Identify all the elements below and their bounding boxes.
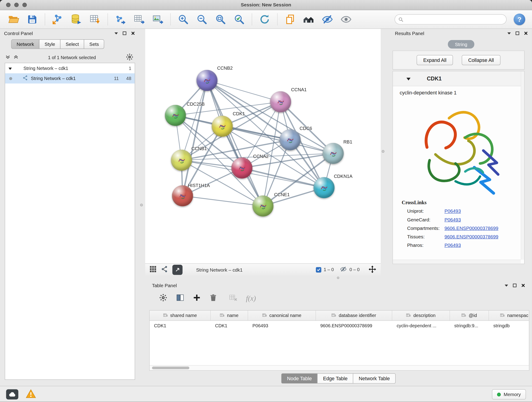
network-node-ccne1[interactable]	[253, 196, 273, 217]
tab-edge-table[interactable]: Edge Table	[317, 373, 353, 383]
splitter-handle-right[interactable]	[382, 150, 385, 153]
collapse-all-networks-icon[interactable]	[13, 55, 18, 60]
close-panel-icon[interactable]	[131, 31, 135, 35]
column-header-id[interactable]: @id	[450, 311, 489, 320]
network-node-cdk1[interactable]	[212, 116, 233, 137]
scrollbar-thumb[interactable]	[152, 366, 189, 369]
add-column-plus-icon[interactable]	[193, 294, 201, 303]
collapse-panel-icon[interactable]	[507, 32, 511, 34]
cell-namespace[interactable]: stringdb	[489, 321, 529, 330]
network-node-cdkn1a[interactable]	[313, 177, 335, 198]
network-canvas[interactable]: CCNB2CCNA1CDC25BCDK1CDC6RB1CCNB1CCNA2CDK…	[145, 29, 381, 263]
delete-column-trash-icon[interactable]	[209, 293, 217, 303]
show-columns-icon[interactable]	[176, 293, 185, 303]
float-panel-icon[interactable]	[123, 31, 127, 35]
network-collection-row[interactable]: String Network – cdk1 1	[5, 63, 135, 73]
column-header-name[interactable]: name	[211, 311, 248, 320]
selected-nodes-checkbox[interactable]	[316, 267, 322, 273]
cell-canonical-name[interactable]: P06493	[248, 321, 316, 330]
memory-button[interactable]: Memory	[492, 389, 526, 400]
cell-database-identifier[interactable]: 9606.ENSP00000378699	[316, 321, 392, 330]
birds-eye-view-icon[interactable]	[149, 265, 157, 274]
export-image-button[interactable]	[150, 12, 166, 27]
network-node-ccnb1[interactable]	[171, 150, 192, 171]
column-header-canonical-name[interactable]: canonical name	[248, 311, 316, 320]
show-all-button[interactable]	[338, 12, 354, 27]
cell-name[interactable]: CDK1	[211, 321, 248, 330]
close-panel-icon[interactable]	[524, 31, 528, 35]
network-node-ccna2[interactable]	[231, 157, 253, 179]
cloud-button[interactable]	[6, 389, 18, 400]
crosslink-link[interactable]: P06493	[444, 217, 461, 222]
collapse-all-button[interactable]: Collapse All	[462, 55, 500, 65]
disclosure-triangle-icon[interactable]	[406, 75, 411, 82]
current-network-title: String Network – cdk1	[196, 267, 243, 273]
network-node-label: CDKN1A	[334, 174, 352, 179]
table-settings-gear-icon[interactable]	[159, 293, 168, 303]
save-session-button[interactable]	[24, 12, 40, 27]
cell-shared-name[interactable]: CDK1	[150, 321, 211, 330]
tab-sets[interactable]: Sets	[84, 39, 104, 49]
network-node-cdc6[interactable]	[279, 129, 301, 150]
collapse-panel-icon[interactable]	[505, 284, 508, 287]
tab-select[interactable]: Select	[60, 39, 84, 49]
crosslink-link[interactable]: 9606.ENSP00000378699	[444, 234, 498, 239]
crosslink-link[interactable]: P06493	[444, 208, 461, 214]
hide-selected-button[interactable]	[319, 12, 336, 27]
crosslink-link[interactable]: 9606.ENSP00000378699	[444, 225, 498, 231]
string-tab-badge[interactable]: String	[448, 40, 475, 49]
import-network-file-button[interactable]	[50, 12, 66, 27]
close-panel-icon[interactable]	[521, 283, 525, 288]
float-panel-icon[interactable]	[513, 283, 517, 288]
zoom-fit-button[interactable]	[212, 12, 229, 27]
help-button[interactable]: ?	[514, 13, 525, 25]
expand-all-networks-icon[interactable]	[6, 55, 10, 60]
disclosure-triangle-icon[interactable]	[8, 66, 12, 71]
network-options-gear-icon[interactable]	[126, 53, 134, 62]
zoom-selected-button[interactable]	[231, 12, 247, 27]
table-horizontal-scrollbar[interactable]	[150, 365, 529, 370]
tab-style[interactable]: Style	[39, 39, 60, 49]
network-node-rb1[interactable]	[323, 143, 344, 164]
collapse-panel-icon[interactable]	[114, 32, 118, 34]
import-table-file-button[interactable]	[87, 12, 103, 27]
splitter-handle-left[interactable]	[140, 204, 143, 206]
column-header-description[interactable]: description	[392, 311, 450, 320]
network-node-cdc25b[interactable]	[165, 105, 186, 126]
network-node-ccnb2[interactable]	[196, 70, 217, 91]
crosslink-link[interactable]: P06493	[444, 242, 461, 248]
tab-network[interactable]: Network	[11, 39, 39, 49]
table-row[interactable]: CDK1 CDK1 P06493 9606.ENSP00000378699 cy…	[150, 321, 529, 330]
column-header-database-identifier[interactable]: database identifier	[316, 311, 392, 320]
column-header-namespace[interactable]: namespac	[489, 311, 529, 320]
network-share-icon[interactable]	[161, 265, 168, 274]
tab-network-table[interactable]: Network Table	[353, 373, 396, 383]
horizontal-scrollbar[interactable]	[393, 260, 521, 264]
import-network-database-button[interactable]	[68, 12, 85, 27]
apply-layout-button[interactable]	[257, 12, 273, 27]
network-node-ccna1[interactable]	[270, 91, 291, 112]
open-session-button[interactable]	[6, 12, 22, 27]
float-panel-icon[interactable]	[515, 31, 519, 35]
warnings-button[interactable]	[26, 389, 36, 400]
homes-button[interactable]	[301, 12, 317, 27]
zoom-out-button[interactable]	[194, 12, 210, 27]
search-input[interactable]	[406, 17, 503, 22]
export-table-button[interactable]	[131, 12, 147, 27]
cell-id[interactable]: stringdb:9...	[450, 321, 489, 330]
expand-all-button[interactable]: Expand All	[417, 55, 453, 65]
export-view-button[interactable]	[172, 264, 182, 274]
network-row-selected[interactable]: String Network – cdk1 11 48	[5, 73, 135, 83]
hidden-eye-slash-icon[interactable]	[340, 266, 347, 274]
column-header-shared-name[interactable]: shared name	[150, 311, 211, 320]
network-collection-label: String Network – cdk1	[23, 66, 68, 71]
pan-move-icon[interactable]	[368, 265, 377, 274]
cell-description[interactable]: cyclin-dependent ...	[392, 321, 450, 330]
copy-pages-button[interactable]	[282, 12, 298, 27]
zoom-in-button[interactable]	[175, 12, 191, 27]
protein-card-header[interactable]: CDK1	[393, 71, 524, 86]
network-node-hist1h1a[interactable]	[172, 185, 193, 206]
export-network-button[interactable]	[112, 12, 128, 27]
vertical-scrollbar[interactable]	[521, 71, 524, 260]
tab-node-table[interactable]: Node Table	[281, 373, 318, 383]
